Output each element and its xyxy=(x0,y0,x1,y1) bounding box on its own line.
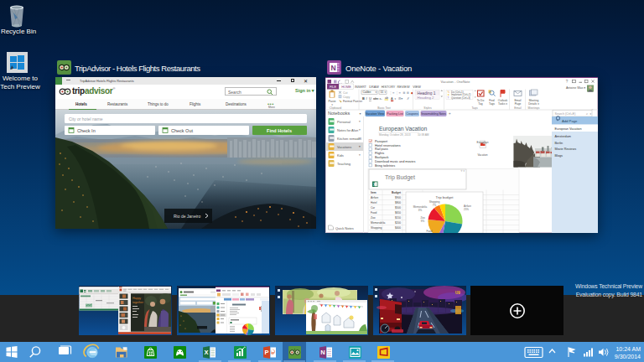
svg-text:Kids: Kids xyxy=(337,153,344,158)
svg-text:≣ ≣: ≣ ≣ xyxy=(402,90,409,95)
svg-text:$200: $200 xyxy=(395,221,401,225)
svg-text:Styles: Styles xyxy=(423,106,432,110)
svg-text:together: together xyxy=(132,301,144,304)
svg-text:Notebooks: Notebooks xyxy=(328,111,351,116)
svg-text:$900: $900 xyxy=(395,196,401,199)
svg-text:Tags: Tags xyxy=(489,102,495,106)
svg-text:Food: Food xyxy=(371,211,377,215)
svg-text:Airfare: Airfare xyxy=(371,196,379,199)
svg-text:Basic Text: Basic Text xyxy=(377,106,390,110)
svg-text:Memorabilia: Memorabilia xyxy=(371,221,386,225)
svg-text:Download music and movies: Download music and movies xyxy=(375,160,415,163)
svg-text:Kitchen remodel: Kitchen remodel xyxy=(337,137,361,141)
svg-text:Vacation - OneNote: Vacation - OneNote xyxy=(441,80,471,84)
svg-text:▾: ▾ xyxy=(359,120,361,123)
svg-text:Coupons: Coupons xyxy=(406,112,418,116)
svg-text:HOME: HOME xyxy=(341,85,351,89)
svg-text:European Vacation: European Vacation xyxy=(555,127,582,131)
svg-text:Clipboard: Clipboard xyxy=(330,106,342,110)
svg-text:P: P xyxy=(264,349,268,356)
svg-text:Food: Food xyxy=(427,230,433,233)
svg-text:Antoine Was ▾: Antoine Was ▾ xyxy=(566,86,585,90)
svg-text:B: B xyxy=(362,96,365,101)
svg-text:$800: $800 xyxy=(395,201,401,204)
svg-text:Details ▾: Details ▾ xyxy=(528,102,539,106)
svg-text:City or hotel name: City or hotel name xyxy=(69,116,103,122)
svg-text:Teaching: Teaching xyxy=(337,162,351,166)
svg-text:Vacations: Vacations xyxy=(337,145,351,149)
svg-text:11: 11 xyxy=(381,91,384,95)
svg-text:N: N xyxy=(330,64,335,72)
svg-text:abc: abc xyxy=(373,96,378,101)
svg-text:INSERT: INSERT xyxy=(355,85,367,89)
svg-text:Vacation View: Vacation View xyxy=(366,112,385,116)
svg-text:Email: Email xyxy=(514,106,522,110)
svg-text:⌕: ⌕ xyxy=(586,111,588,116)
svg-text:Bring toiletries: Bring toiletries xyxy=(375,164,395,168)
svg-text:Rail pass: Rail pass xyxy=(375,147,388,151)
svg-text:Find Hotels: Find Hotels xyxy=(267,128,292,133)
svg-text:Monday, October 28, 2013: Monday, October 28, 2013 xyxy=(379,133,411,137)
svg-text:HISTORY: HISTORY xyxy=(382,85,396,89)
svg-text:Blogs: Blogs xyxy=(555,154,564,158)
svg-text:Hotel: Hotel xyxy=(371,201,377,204)
svg-text:Flights: Flights xyxy=(375,152,384,155)
svg-text:$150: $150 xyxy=(395,216,401,220)
svg-text:▾: ▾ xyxy=(359,153,361,157)
svg-text:Copy: Copy xyxy=(343,96,350,99)
svg-text:N: N xyxy=(320,349,325,356)
svg-text:25%: 25% xyxy=(464,208,469,211)
svg-text:10:24 AM: 10:24 AM xyxy=(615,346,641,352)
svg-text:Tasks ▾: Tasks ▾ xyxy=(498,102,507,106)
svg-text:ab: ab xyxy=(385,96,388,100)
svg-text:Tags: Tags xyxy=(471,106,478,110)
svg-text:U9: U9 xyxy=(455,291,460,295)
svg-text:Quick Notes: Quick Notes xyxy=(335,226,354,230)
svg-text:European: European xyxy=(477,141,489,144)
svg-text:$500: $500 xyxy=(395,206,401,209)
svg-text:Packing List: Packing List xyxy=(387,112,402,116)
svg-text:Snowmobiling Notes: Snowmobiling Notes xyxy=(421,112,446,116)
svg-text:Calibri: Calibri xyxy=(363,91,371,95)
svg-text:X: X xyxy=(204,349,208,356)
svg-text:Item: Item xyxy=(371,191,377,194)
svg-text:▾: ▾ xyxy=(359,128,361,132)
svg-text:DRAW: DRAW xyxy=(369,85,379,89)
svg-text:Rio de Janeiro: Rio de Janeiro xyxy=(174,214,200,219)
svg-text:✗: ✗ xyxy=(407,96,409,101)
svg-text:Meetings: Meetings xyxy=(528,106,540,110)
svg-text:Berlin: Berlin xyxy=(555,142,564,145)
svg-text:Notes for Alan: Notes for Alan xyxy=(337,128,358,132)
svg-text:Amsterdam: Amsterdam xyxy=(555,135,571,138)
svg-text:Add Page: Add Page xyxy=(562,119,578,123)
svg-text:U: U xyxy=(369,96,371,101)
svg-text:Shopping: Shopping xyxy=(371,226,382,230)
svg-text:⋮≡ ⋮≡: ⋮≡ ⋮≡ xyxy=(389,90,402,95)
svg-text:Zoo: Zoo xyxy=(371,216,376,220)
svg-text:⊞▾: ⊞▾ xyxy=(398,96,402,101)
svg-text:Trip Budget: Trip Budget xyxy=(385,174,415,181)
svg-text:$400: $400 xyxy=(395,226,401,230)
svg-text:9/30/2014: 9/30/2014 xyxy=(615,354,641,359)
svg-text:Check In: Check In xyxy=(77,128,96,133)
svg-text:Happy: Happy xyxy=(132,297,141,300)
svg-text:Question (Ctrl+3): Question (Ctrl+3) xyxy=(451,96,470,100)
svg-text:+: + xyxy=(449,111,451,116)
svg-text:European Vacation: European Vacation xyxy=(379,126,428,132)
svg-text:Trip budget: Trip budget xyxy=(435,195,454,199)
svg-text:FILE: FILE xyxy=(330,85,336,89)
svg-text:REVIEW: REVIEW xyxy=(397,85,410,89)
svg-text:Heading 2: Heading 2 xyxy=(418,96,435,100)
svg-text:▾: ▾ xyxy=(359,137,361,140)
svg-text:Movie Reviews: Movie Reviews xyxy=(555,147,577,151)
svg-text:Paste: Paste xyxy=(328,100,335,103)
svg-text:A: A xyxy=(391,96,393,101)
svg-text:Personal: Personal xyxy=(337,120,351,124)
svg-text:Format Painter: Format Painter xyxy=(343,100,363,103)
svg-text:Passport: Passport xyxy=(375,140,388,143)
svg-text:Budget: Budget xyxy=(392,191,402,194)
svg-text:VIEW: VIEW xyxy=(413,85,421,89)
svg-text:3%: 3% xyxy=(418,209,423,212)
svg-text:9%: 9% xyxy=(421,220,425,223)
svg-text:✛ ▾: ✛ ▾ xyxy=(460,169,465,173)
